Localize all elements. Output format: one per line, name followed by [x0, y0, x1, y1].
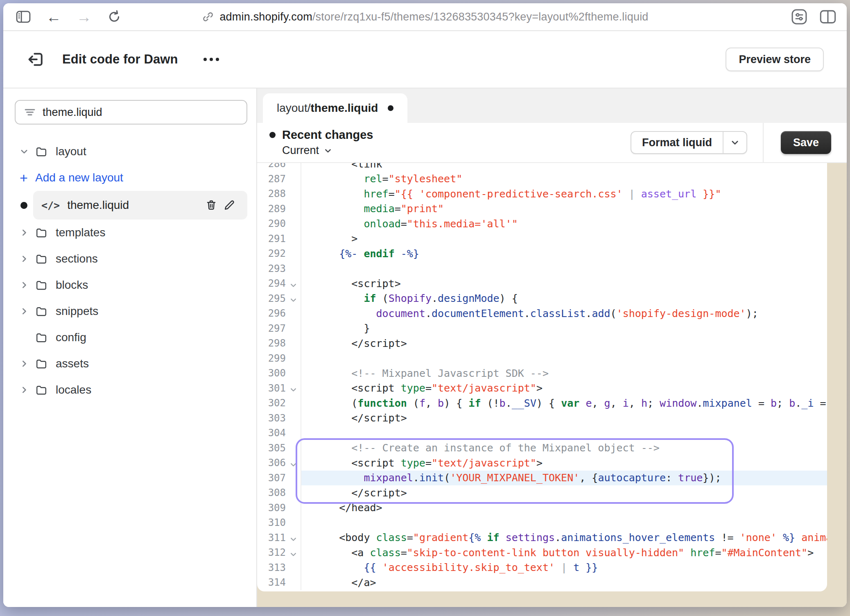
- line-number[interactable]: 305: [257, 442, 286, 454]
- code-editor[interactable]: 286 <link287 rel="stylesheet"288 href="{…: [257, 163, 827, 591]
- chevron-right-icon[interactable]: [15, 254, 35, 263]
- extensions-icon[interactable]: [791, 9, 807, 25]
- line-number[interactable]: 290: [257, 218, 286, 229]
- line-number[interactable]: 312: [257, 547, 286, 558]
- code-text[interactable]: </a>: [301, 575, 827, 590]
- split-view-icon[interactable]: [820, 9, 836, 24]
- code-line-295[interactable]: 295 if (Shopify.designMode) {: [257, 291, 827, 306]
- preview-store-button[interactable]: Preview store: [726, 48, 824, 71]
- line-number[interactable]: 297: [257, 323, 286, 334]
- code-line-294[interactable]: 294 <script>: [257, 276, 827, 291]
- line-number[interactable]: 307: [257, 472, 286, 484]
- code-line-298[interactable]: 298 </script>: [257, 336, 827, 351]
- code-line-290[interactable]: 290 onload="this.media='all'": [257, 216, 827, 231]
- code-line-292[interactable]: 292 {%- endif -%}: [257, 246, 827, 261]
- line-number[interactable]: 308: [257, 487, 286, 498]
- code-line-308[interactable]: 308 </script>: [257, 485, 827, 500]
- tree-item-add-a-new-layout[interactable]: +Add a new layout: [15, 165, 247, 191]
- line-number[interactable]: 299: [257, 353, 286, 364]
- line-number[interactable]: 286: [257, 163, 286, 170]
- chevron-right-icon[interactable]: [15, 228, 35, 237]
- code-line-306[interactable]: 306 <script type="text/javascript">: [257, 455, 827, 471]
- code-line-311[interactable]: 311 <body class="gradient{% if settings.…: [257, 530, 827, 546]
- line-number[interactable]: 309: [257, 502, 286, 514]
- chevron-right-icon[interactable]: [15, 281, 35, 290]
- tab-theme-liquid[interactable]: layout/theme.liquid: [263, 93, 407, 123]
- save-button[interactable]: Save: [781, 131, 831, 154]
- fold-caret[interactable]: [286, 293, 301, 304]
- code-line-314[interactable]: 314 </a>: [257, 575, 827, 590]
- line-number[interactable]: 288: [257, 188, 286, 199]
- line-number[interactable]: 310: [257, 517, 286, 528]
- code-text[interactable]: <script>: [301, 276, 827, 291]
- chevron-right-icon[interactable]: [15, 307, 35, 316]
- fold-caret[interactable]: [286, 278, 301, 289]
- line-number[interactable]: 313: [257, 562, 286, 573]
- exit-editor-icon[interactable]: [25, 48, 47, 71]
- line-number[interactable]: 314: [257, 577, 286, 588]
- tree-item-theme-liquid[interactable]: </>theme.liquid: [15, 191, 247, 220]
- code-text[interactable]: media="print": [301, 202, 827, 217]
- chevron-down-icon[interactable]: [15, 147, 35, 156]
- line-number[interactable]: 291: [257, 233, 286, 245]
- line-number[interactable]: 295: [257, 293, 286, 304]
- code-line-291[interactable]: 291 >: [257, 231, 827, 247]
- code-text[interactable]: <a class="skip-to-content-link button vi…: [301, 545, 827, 560]
- line-number[interactable]: 296: [257, 308, 286, 319]
- chevron-right-icon[interactable]: [15, 359, 35, 368]
- rename-file-button[interactable]: [220, 199, 238, 211]
- fold-caret[interactable]: [286, 457, 301, 469]
- line-number[interactable]: 300: [257, 367, 286, 379]
- code-text[interactable]: </head>: [301, 500, 827, 516]
- code-line-299[interactable]: 299: [257, 351, 827, 366]
- line-number[interactable]: 303: [257, 412, 286, 424]
- code-text[interactable]: </script>: [301, 336, 827, 351]
- code-text[interactable]: document.documentElement.classList.add('…: [301, 306, 827, 321]
- code-text[interactable]: href="{{ 'component-predictive-search.cs…: [301, 186, 827, 202]
- line-number[interactable]: 302: [257, 397, 286, 409]
- code-line-302[interactable]: 302 (function (f, b) { if (!b.__SV) { va…: [257, 396, 827, 411]
- address-bar[interactable]: admin.shopify.com/store/rzq1xu-f5/themes…: [3, 10, 847, 23]
- tree-item-layout[interactable]: layout: [15, 138, 247, 165]
- line-number[interactable]: 294: [257, 278, 286, 289]
- reload-button[interactable]: [105, 9, 124, 25]
- code-line-293[interactable]: 293: [257, 261, 827, 276]
- code-text[interactable]: <link: [301, 163, 827, 172]
- tree-item-blocks[interactable]: blocks: [15, 272, 247, 298]
- code-line-296[interactable]: 296 document.documentElement.classList.a…: [257, 306, 827, 321]
- line-number[interactable]: 293: [257, 263, 286, 274]
- code-text[interactable]: >: [301, 231, 827, 247]
- code-line-288[interactable]: 288 href="{{ 'component-predictive-searc…: [257, 186, 827, 202]
- code-line-286[interactable]: 286 <link: [257, 163, 827, 172]
- file-search[interactable]: [15, 100, 247, 125]
- tree-item-locales[interactable]: locales: [15, 377, 247, 403]
- code-line-312[interactable]: 312 <a class="skip-to-content-link butto…: [257, 545, 827, 560]
- tree-item-templates[interactable]: templates: [15, 220, 247, 246]
- code-line-300[interactable]: 300 <!-- Mixpanel Javascript SDK -->: [257, 366, 827, 381]
- tree-item-config[interactable]: config: [15, 324, 247, 351]
- code-text[interactable]: onload="this.media='all'": [301, 216, 827, 231]
- code-text[interactable]: <!-- Create an instance of the Mixpanel …: [301, 441, 827, 456]
- code-text[interactable]: </script>: [301, 411, 827, 426]
- code-line-297[interactable]: 297 }: [257, 321, 827, 336]
- version-dropdown[interactable]: Current: [282, 144, 373, 157]
- code-text[interactable]: {%- endif -%}: [301, 246, 827, 261]
- code-text[interactable]: [301, 351, 827, 366]
- line-number[interactable]: 289: [257, 203, 286, 215]
- code-line-289[interactable]: 289 media="print": [257, 202, 827, 217]
- code-text[interactable]: <script type="text/javascript">: [301, 455, 827, 471]
- code-text[interactable]: <!-- Mixpanel Javascript SDK -->: [301, 366, 827, 381]
- code-line-304[interactable]: 304: [257, 426, 827, 441]
- tree-item-sections[interactable]: sections: [15, 246, 247, 272]
- chevron-right-icon[interactable]: [15, 385, 35, 394]
- code-text[interactable]: [301, 426, 827, 441]
- back-button[interactable]: ←: [44, 9, 63, 25]
- tree-item-snippets[interactable]: snippets: [15, 298, 247, 324]
- code-line-310[interactable]: 310: [257, 515, 827, 530]
- code-text[interactable]: </script>: [301, 485, 827, 500]
- selected-file-row[interactable]: </>theme.liquid: [33, 191, 247, 220]
- fold-caret[interactable]: [286, 532, 301, 543]
- code-text[interactable]: [301, 261, 827, 276]
- sidebar-toggle-icon[interactable]: [14, 9, 33, 25]
- code-line-307[interactable]: 307 mixpanel.init('YOUR_MIXPANEL_TOKEN',…: [257, 471, 827, 486]
